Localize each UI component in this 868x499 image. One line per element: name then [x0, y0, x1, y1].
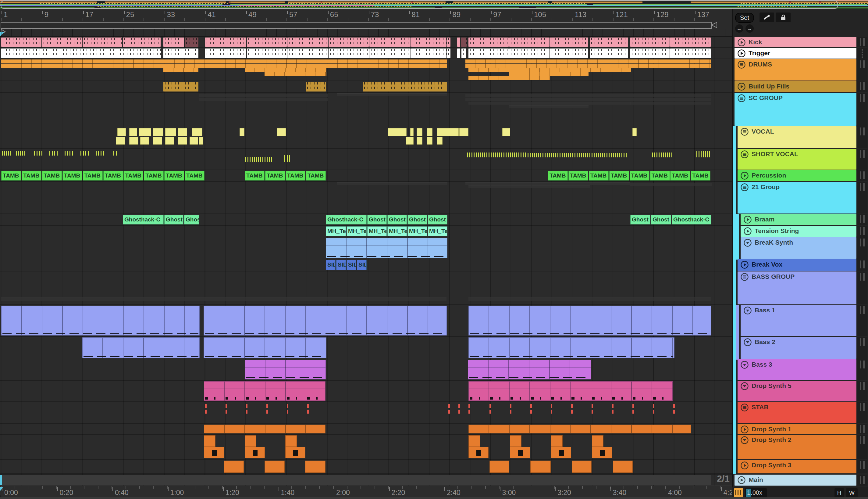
clip-vocal[interactable] [165, 137, 174, 145]
clip-stab[interactable] [571, 404, 573, 414]
track-header-group21[interactable]: 21 Group [738, 182, 856, 214]
clip-dropsynth3[interactable] [224, 461, 244, 473]
clip-percussion[interactable]: TAMB_ [286, 171, 305, 181]
clip-percussion[interactable]: TAMB_ [245, 171, 265, 181]
clip-vocal[interactable] [459, 128, 468, 136]
clip-shortvocal[interactable] [2, 151, 12, 156]
clip-dropsynth3[interactable] [265, 461, 285, 473]
clip-kick[interactable] [447, 37, 451, 47]
clip-vocal[interactable] [153, 137, 162, 145]
clip-bass1[interactable] [204, 306, 447, 336]
clip-braam[interactable]: Ghost [428, 215, 448, 224]
clip-bass3[interactable] [245, 360, 326, 379]
clip-shortvocal[interactable] [592, 153, 628, 157]
clip-dropsynth1[interactable] [204, 425, 326, 434]
clip-braam[interactable]: Ghost [630, 215, 650, 224]
loop-brace[interactable] [1, 22, 712, 29]
clip-tension[interactable]: MH_Te [347, 226, 367, 236]
clip-drums[interactable] [465, 64, 711, 68]
track-header-breakvox[interactable]: Break Vox [738, 259, 856, 271]
bar-ruler[interactable]: 191725334149576573818997105113121129137 [0, 9, 732, 21]
clip-breakvox[interactable]: SID [347, 260, 356, 270]
clip-vocal[interactable] [437, 128, 459, 136]
clip-percussion[interactable]: TAMB_ [185, 171, 204, 181]
clip-stab[interactable] [468, 404, 470, 414]
clip-shortvocal[interactable] [696, 151, 711, 157]
song-overview[interactable] [0, 0, 868, 9]
time-ruler[interactable]: 0:000:200:401:001:201:402:002:202:403:00… [0, 486, 732, 498]
clip-stab[interactable] [246, 404, 248, 414]
clip-trigger[interactable] [369, 49, 411, 58]
clip-vocal[interactable] [153, 128, 163, 136]
clip-vocal[interactable] [410, 128, 414, 136]
clip-vocal[interactable] [632, 128, 637, 136]
track-header-shortvocal[interactable]: SHORT VOCAL [738, 149, 856, 170]
play-icon[interactable] [743, 215, 752, 224]
set-button[interactable]: Set [735, 13, 754, 23]
clip-bass1[interactable] [1, 306, 200, 336]
clip-buildup[interactable] [306, 82, 326, 92]
play-icon[interactable] [737, 476, 746, 484]
clip-shortvocal[interactable] [246, 157, 273, 162]
clip-percussion[interactable]: TAMB_ [1, 171, 21, 181]
clip-kick[interactable] [329, 37, 369, 47]
clip-bass2[interactable] [82, 337, 200, 358]
clip-tension[interactable]: MH_Te [428, 226, 448, 236]
clip-percussion[interactable]: TAMB_ [83, 171, 103, 181]
play-icon[interactable] [743, 227, 752, 235]
group-fold-icon[interactable] [740, 273, 749, 281]
clip-shortvocal[interactable] [49, 151, 59, 156]
clip-stab[interactable] [226, 404, 227, 414]
clip-trigger[interactable] [670, 49, 711, 58]
clip-dropsynth2[interactable] [245, 435, 265, 459]
clip-dropsynth2[interactable] [468, 435, 489, 459]
clip-vocal[interactable] [139, 128, 151, 136]
clip-buildup[interactable] [163, 82, 198, 92]
group-fold-icon[interactable] [740, 183, 749, 192]
unfold-icon[interactable] [743, 239, 752, 247]
clip-dropsynth3[interactable] [530, 461, 551, 473]
group-fold-icon[interactable] [737, 60, 746, 69]
clip-stab[interactable] [551, 404, 552, 414]
arrow-left-icon[interactable]: ← [735, 24, 743, 33]
track-header-drums[interactable]: DRUMS [734, 59, 856, 81]
clip-vocal[interactable] [129, 137, 138, 145]
track-header-bass3[interactable]: Bass 3 [738, 359, 856, 380]
track-header-percussion[interactable]: Percussion [738, 170, 856, 181]
clip-bass2[interactable] [204, 337, 326, 358]
clip-shortvocal[interactable] [34, 151, 44, 156]
clip-stab[interactable] [632, 404, 634, 414]
clip-vocal[interactable] [240, 128, 244, 136]
track-header-vocal[interactable]: VOCAL [738, 126, 856, 148]
clip-drums[interactable] [465, 60, 711, 63]
clip-braam[interactable]: Ghost [387, 215, 407, 224]
clip-trigger[interactable] [447, 49, 451, 58]
clip-kick[interactable] [468, 37, 509, 47]
clip-percussion[interactable]: TAMB_ [62, 171, 82, 181]
clip-percussion[interactable]: TAMB_ [306, 171, 326, 181]
clip-dropsynth3[interactable] [305, 461, 326, 473]
clip-shortvocal[interactable] [96, 151, 105, 156]
group-fold-icon[interactable] [740, 403, 749, 412]
clip-percussion[interactable]: TAMB_ [548, 171, 568, 181]
clip-kick[interactable] [205, 37, 246, 47]
clip-percussion[interactable]: TAMB_ [630, 171, 650, 181]
clip-vocal[interactable] [140, 137, 149, 145]
clip-vocal[interactable] [117, 128, 126, 136]
clip-drums[interactable] [265, 72, 326, 76]
track-header-breaksynth[interactable]: BreaK Synth [741, 237, 856, 259]
clip-kick[interactable] [550, 37, 588, 47]
clip-kick[interactable] [509, 37, 550, 47]
waveform-icon[interactable] [734, 488, 743, 497]
clip-vocal[interactable] [277, 128, 286, 136]
clip-vocal[interactable] [388, 128, 406, 136]
clip-vocal[interactable] [417, 128, 423, 136]
clip-stab[interactable] [205, 404, 206, 414]
clip-kick[interactable] [185, 37, 198, 47]
clip-kick[interactable] [461, 37, 467, 47]
clip-vocal[interactable] [129, 128, 137, 136]
track-header-buildup[interactable]: Build Up Fills [734, 81, 856, 92]
clip-trigger[interactable] [630, 49, 670, 58]
clip-drums[interactable] [468, 68, 631, 72]
clip-tension[interactable]: MH_Te [407, 226, 427, 236]
